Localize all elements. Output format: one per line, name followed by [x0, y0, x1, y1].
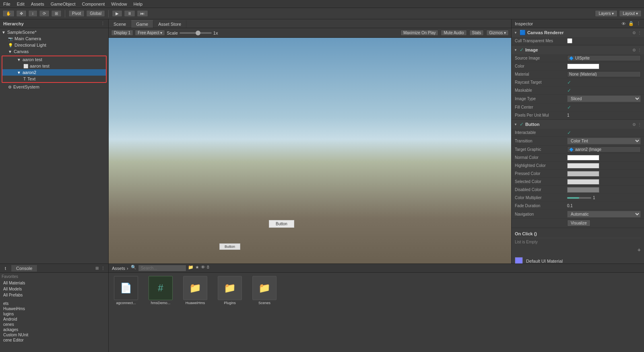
inspector-eye-icon[interactable]: 👁: [621, 21, 626, 26]
stats-btn[interactable]: Stats: [469, 30, 484, 36]
onclick-add-icon[interactable]: +: [638, 247, 641, 253]
collapse-arrow: ▼: [514, 31, 517, 35]
tab-game[interactable]: Game: [131, 20, 153, 28]
hierarchy-item-eventsystem[interactable]: ⚙ EventSystem: [0, 84, 108, 90]
scene-viewport[interactable]: Button Button: [109, 38, 511, 263]
menu-item-gameobject[interactable]: GameObject: [47, 2, 79, 6]
button-overflow-icon[interactable]: ⋮: [638, 122, 642, 127]
hierarchy-item-canvas[interactable]: ▼ Canvas: [0, 48, 108, 55]
tool-hand[interactable]: ✋: [2, 10, 14, 17]
assets-eye-icon[interactable]: 👁: [201, 265, 205, 272]
button-settings-icon[interactable]: ⚙: [632, 122, 636, 127]
visualize-button[interactable]: Visualize: [567, 220, 590, 226]
fav-item-materials[interactable]: All Materials: [2, 280, 107, 286]
multiplier-track[interactable]: [567, 197, 591, 199]
sidebar-item-custom-nunit[interactable]: Custom NUnit: [2, 332, 107, 338]
navigation-select[interactable]: Automatic None Horizontal Vertical: [567, 211, 641, 218]
scene-button-2[interactable]: Button: [219, 243, 240, 250]
global-button[interactable]: Global: [86, 10, 105, 17]
hierarchy-item-text[interactable]: T Text: [2, 76, 106, 82]
tool-rotate[interactable]: ↕: [28, 10, 37, 17]
bottom-overflow-icon[interactable]: ⋮: [101, 266, 105, 270]
bottom-expand-icon[interactable]: ⊞: [95, 266, 99, 270]
scale-track[interactable]: [180, 32, 212, 34]
inspector-overflow-icon[interactable]: ⋮: [636, 21, 641, 26]
tool-move[interactable]: ✥: [16, 10, 27, 17]
hierarchy-item-aaron-test-2[interactable]: ⬜ aaron test: [2, 63, 106, 69]
asset-item-scenes[interactable]: 📁 Scenes: [250, 276, 279, 305]
pivot-button[interactable]: Pivot: [68, 10, 85, 17]
sidebar-item-scene-editor[interactable]: cene Editor: [2, 338, 107, 343]
mute-btn[interactable]: Mute Audio: [441, 30, 466, 36]
sidebar-item-huaweihms[interactable]: HuaweiHms: [2, 306, 107, 311]
gizmos-btn[interactable]: Gizmos ▾: [486, 30, 509, 36]
hierarchy-item-main-camera[interactable]: 📷 Main Camera: [0, 35, 108, 42]
inspector-lock-icon[interactable]: 🔒: [628, 21, 634, 26]
menu-item-window[interactable]: Window: [108, 2, 130, 6]
asset-item-hmsdemo[interactable]: # hmsDemo...: [147, 276, 175, 305]
component-overflow-icon[interactable]: ⋮: [638, 31, 642, 35]
image-type-select[interactable]: Sliced Simple Tiled Filled: [567, 95, 641, 102]
button-checkbox[interactable]: ✓: [520, 121, 524, 127]
component-settings-icon[interactable]: ⚙: [632, 31, 636, 35]
scene-button-1[interactable]: Button: [269, 220, 294, 228]
step-button[interactable]: ⏭: [137, 10, 148, 17]
tab-asset-store[interactable]: Asset Store: [153, 21, 186, 28]
sidebar-item-packages[interactable]: ackages: [2, 327, 107, 332]
hierarchy-menu-btn[interactable]: ⋮: [101, 21, 105, 26]
asset-item-agconnect[interactable]: 📄 agconnect...: [112, 276, 140, 305]
menu-item-component[interactable]: Component: [78, 2, 108, 6]
material-value[interactable]: None (Material): [567, 71, 641, 77]
tab-scene[interactable]: Scene: [109, 21, 131, 28]
tab-project[interactable]: t: [0, 265, 11, 272]
tab-console[interactable]: Console: [11, 265, 37, 272]
fav-item-models[interactable]: All Models: [2, 286, 107, 292]
assets-search-input[interactable]: [138, 265, 186, 272]
menu-item-edit[interactable]: Edit: [14, 2, 28, 6]
color-swatch[interactable]: [567, 64, 599, 69]
menu-item-file[interactable]: File: [0, 2, 14, 6]
transition-select[interactable]: Color Tint Sprite Swap Animation None: [567, 138, 641, 144]
assets-star-icon[interactable]: ★: [195, 265, 199, 272]
pressed-color-swatch[interactable]: [567, 171, 599, 177]
sidebar-item-scenes[interactable]: cenes: [2, 322, 107, 327]
disabled-color-swatch[interactable]: [567, 187, 599, 193]
menu-item-assets[interactable]: Assets: [28, 2, 47, 6]
display-dropdown[interactable]: Display 1: [111, 30, 133, 36]
cull-transparent-checkbox[interactable]: [567, 38, 572, 43]
image-header[interactable]: ▼ ✓ Image ⚙ ⋮: [512, 45, 644, 54]
assets-label[interactable]: Assets: [112, 266, 125, 271]
hierarchy-item-directional-light[interactable]: 💡 Directional Light: [0, 42, 108, 48]
layers-button[interactable]: Layers ▾: [595, 10, 617, 17]
sidebar-item-plugins[interactable]: lugins: [2, 311, 107, 317]
image-overflow-icon[interactable]: ⋮: [638, 48, 642, 52]
image-checkbox[interactable]: ✓: [520, 47, 524, 53]
assets-folder-icon[interactable]: 📁: [188, 265, 194, 272]
aspect-dropdown[interactable]: Free Aspect ▾: [135, 30, 165, 36]
button-header[interactable]: ▼ ✓ Button ⚙ ⋮: [512, 120, 644, 129]
selected-color-swatch[interactable]: [567, 179, 599, 185]
target-graphic-value[interactable]: 🔷 aaron2 (Image: [567, 146, 641, 152]
sidebar-item-ets[interactable]: ets: [2, 301, 107, 306]
text-icon: T: [23, 77, 26, 81]
asset-item-huaweihms[interactable]: 📁 HuaweiHms: [181, 276, 209, 305]
normal-color-swatch[interactable]: [567, 155, 599, 161]
tool-rect[interactable]: ⊞: [51, 10, 62, 17]
fav-item-prefabs[interactable]: All Prefabs: [2, 292, 107, 298]
asset-item-plugins[interactable]: 📁 Plugins: [216, 276, 244, 305]
tool-scale[interactable]: ⟳: [39, 10, 50, 17]
maximize-btn[interactable]: Maximize On Play: [400, 30, 439, 36]
menu-item-help[interactable]: Help: [130, 2, 146, 6]
hierarchy-scene[interactable]: ▼ SampleScene*: [0, 29, 108, 35]
layout-button[interactable]: Layout ▾: [619, 10, 642, 17]
image-settings-icon[interactable]: ⚙: [632, 48, 636, 52]
highlighted-color-swatch[interactable]: [567, 163, 599, 169]
pause-button[interactable]: ⏸: [124, 10, 135, 17]
sidebar-item-android[interactable]: Android: [2, 317, 107, 322]
play-button[interactable]: ▶: [112, 10, 122, 17]
asset-name-huaweihms: HuaweiHms: [186, 301, 205, 305]
hierarchy-item-aaron-test-1[interactable]: ▼ aaron test: [2, 56, 106, 63]
hierarchy-item-aaron2[interactable]: ▼ aaron2: [2, 69, 106, 76]
source-image-value[interactable]: 🔷 UISprite: [567, 55, 641, 61]
canvas-renderer-header[interactable]: ▼ 🟦 Canvas Renderer ⚙ ⋮: [512, 28, 644, 37]
